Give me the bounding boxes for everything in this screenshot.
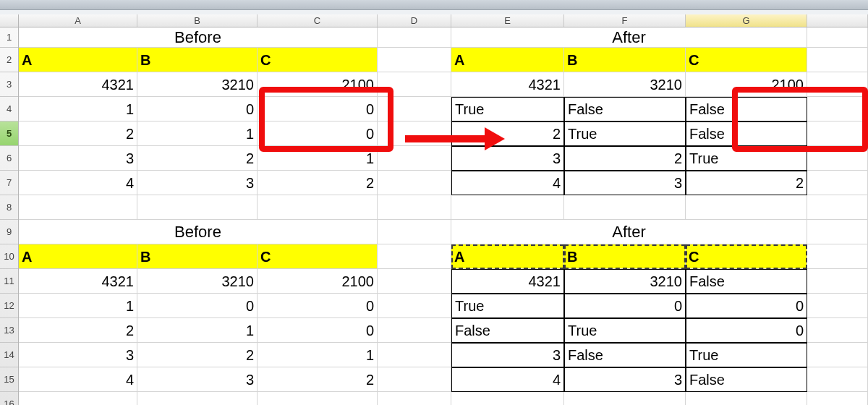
rowhdr-8[interactable]: 8 [0, 195, 18, 220]
cell-C15[interactable]: 2 [258, 367, 378, 392]
cell-F4[interactable]: False [564, 97, 686, 122]
rowhdr-9[interactable]: 9 [0, 220, 18, 244]
cell-E15[interactable]: 4 [451, 367, 564, 392]
rowhdr-10[interactable]: 10 [0, 244, 18, 269]
cell-B12[interactable]: 0 [137, 294, 258, 318]
rowhdr-13[interactable]: 13 [0, 318, 18, 343]
hdr-B-1[interactable]: B [137, 48, 258, 72]
cell-G11[interactable]: False [686, 269, 807, 294]
cell-F12[interactable]: 0 [564, 294, 686, 318]
hdr-A-1[interactable]: A [19, 48, 137, 72]
cell-G3[interactable]: 2100 [686, 72, 807, 97]
cell-B13[interactable]: 1 [137, 318, 258, 343]
cell-A7[interactable]: 4 [19, 171, 137, 195]
hdr-B-2b[interactable]: B [564, 244, 686, 269]
rowhdr-2[interactable]: 2 [0, 48, 18, 72]
cell-F11[interactable]: 3210 [564, 269, 686, 294]
cell-F6[interactable]: 2 [564, 146, 686, 171]
cell-D2[interactable] [378, 48, 451, 72]
cell-G6[interactable]: True [686, 146, 807, 171]
rowhdr-14[interactable]: 14 [0, 343, 18, 367]
cell-F14[interactable]: False [564, 343, 686, 367]
cell-E13[interactable]: False [451, 318, 564, 343]
hdr-C-1[interactable]: C [258, 48, 378, 72]
rowhdr-5[interactable]: 5 [0, 122, 18, 146]
cell-C5[interactable]: 0 [258, 122, 378, 146]
hdr-A-2[interactable]: A [19, 244, 137, 269]
hdr-C-2b[interactable]: C [686, 244, 807, 269]
cell-A14[interactable]: 3 [19, 343, 137, 367]
cell-E6[interactable]: 3 [451, 146, 564, 171]
cell-C13[interactable]: 0 [258, 318, 378, 343]
colhdr-C[interactable]: C [258, 14, 378, 27]
colhdr-D[interactable]: D [378, 14, 451, 27]
rowhdr-16[interactable]: 16 [0, 392, 18, 405]
hdr-B-1b[interactable]: B [564, 48, 686, 72]
cell-G15[interactable]: False [686, 367, 807, 392]
cell-C4[interactable]: 0 [258, 97, 378, 122]
colhdr-F[interactable]: F [564, 14, 686, 27]
rowhdr-1[interactable]: 1 [0, 27, 18, 48]
cell-C7[interactable]: 2 [258, 171, 378, 195]
cell-C14[interactable]: 1 [258, 343, 378, 367]
select-all-corner[interactable] [0, 14, 19, 27]
rowhdr-12[interactable]: 12 [0, 294, 18, 318]
cell-B7[interactable]: 3 [137, 171, 258, 195]
grid[interactable]: 1 2 3 4 5 6 7 8 9 10 11 12 13 14 15 16 B… [0, 27, 868, 405]
cell-B11[interactable]: 3210 [137, 269, 258, 294]
cell-C6[interactable]: 1 [258, 146, 378, 171]
cell-G14[interactable]: True [686, 343, 807, 367]
colhdr-A[interactable]: A [19, 14, 137, 27]
rowhdr-4[interactable]: 4 [0, 97, 18, 122]
cell-A5[interactable]: 2 [19, 122, 137, 146]
cell-A6[interactable]: 3 [19, 146, 137, 171]
cell-B4[interactable]: 0 [137, 97, 258, 122]
cell-G5[interactable]: False [686, 122, 807, 146]
cell-area[interactable]: Before After A B C A B C 4321 3210 2100 … [19, 27, 868, 405]
cell-B3[interactable]: 3210 [137, 72, 258, 97]
cell-C3[interactable]: 2100 [258, 72, 378, 97]
cell-B6[interactable]: 2 [137, 146, 258, 171]
cell-A12[interactable]: 1 [19, 294, 137, 318]
rowhdr-7[interactable]: 7 [0, 171, 18, 195]
column-headers[interactable]: A B C D E F G [0, 14, 868, 27]
cell-A4[interactable]: 1 [19, 97, 137, 122]
cell-C11[interactable]: 2100 [258, 269, 378, 294]
rowhdr-3[interactable]: 3 [0, 72, 18, 97]
cell-F13[interactable]: True [564, 318, 686, 343]
cell-G13[interactable]: 0 [686, 318, 807, 343]
hdr-C-1b[interactable]: C [686, 48, 807, 72]
colhdr-E[interactable]: E [451, 14, 564, 27]
cell-A11[interactable]: 4321 [19, 269, 137, 294]
colhdr-B[interactable]: B [137, 14, 258, 27]
cell-E4[interactable]: True [451, 97, 564, 122]
cell-F7[interactable]: 3 [564, 171, 686, 195]
cell-E11[interactable]: 4321 [451, 269, 564, 294]
rowhdr-11[interactable]: 11 [0, 269, 18, 294]
hdr-A-2b[interactable]: A [451, 244, 564, 269]
hdr-A-1b[interactable]: A [451, 48, 564, 72]
cell-G12[interactable]: 0 [686, 294, 807, 318]
hdr-B-2[interactable]: B [137, 244, 258, 269]
cell-E5[interactable]: 2 [451, 122, 564, 146]
cell-E7[interactable]: 4 [451, 171, 564, 195]
cell-A13[interactable]: 2 [19, 318, 137, 343]
cell-F5[interactable]: True [564, 122, 686, 146]
cell-B5[interactable]: 1 [137, 122, 258, 146]
hdr-C-2[interactable]: C [258, 244, 378, 269]
cell-A15[interactable]: 4 [19, 367, 137, 392]
rowhdr-15[interactable]: 15 [0, 367, 18, 392]
row-headers[interactable]: 1 2 3 4 5 6 7 8 9 10 11 12 13 14 15 16 [0, 27, 19, 405]
colhdr-H[interactable] [807, 14, 868, 27]
cell-B14[interactable]: 2 [137, 343, 258, 367]
cell-E14[interactable]: 3 [451, 343, 564, 367]
cell-C12[interactable]: 0 [258, 294, 378, 318]
cell-F3[interactable]: 3210 [564, 72, 686, 97]
colhdr-G[interactable]: G [686, 14, 807, 27]
cell-F15[interactable]: 3 [564, 367, 686, 392]
cell-E3[interactable]: 4321 [451, 72, 564, 97]
cell-E12[interactable]: True [451, 294, 564, 318]
cell-G7[interactable]: 2 [686, 171, 807, 195]
rowhdr-6[interactable]: 6 [0, 146, 18, 171]
cell-B15[interactable]: 3 [137, 367, 258, 392]
